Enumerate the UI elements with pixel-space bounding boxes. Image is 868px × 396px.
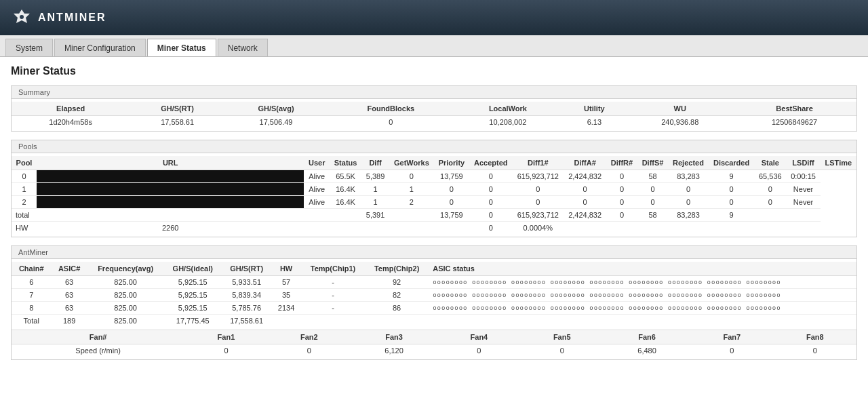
pool-2-getworks: 1 (361, 196, 389, 209)
chip1-8: - (301, 302, 365, 315)
pool-0-status: Alive (304, 170, 330, 183)
pool-hw-empty2 (330, 222, 361, 235)
pool-hw-value: 2260 (37, 222, 304, 235)
fan-table: Fan# Fan1 Fan2 Fan3 Fan4 Fan5 Fan6 Fan7 … (12, 330, 856, 357)
pool-total-status (304, 209, 330, 222)
pools-section-header: Pools (12, 140, 856, 153)
chip1-6: - (301, 276, 365, 289)
fan-header-row: Fan# Fan1 Fan2 Fan3 Fan4 Fan5 Fan6 Fan7 … (12, 330, 856, 344)
th-fan2: Fan2 (268, 330, 351, 344)
th-diffs: DiffS# (637, 156, 668, 170)
pool-total-diff1: 0 (469, 209, 513, 222)
th-fan1: Fan1 (184, 330, 267, 344)
fan-speed-label: Speed (r/min) (12, 344, 184, 357)
utility-value: 6.13 (561, 116, 627, 129)
pool-row-2: 2 Alive 16.4K 1 2 0 0 0 0 0 0 0 0 (12, 196, 856, 209)
th-hw: HW (271, 262, 301, 276)
pool-total-diffa: 615,923,712 (513, 209, 564, 222)
pool-hw-empty12 (786, 222, 820, 235)
th-diffr: DiffR# (606, 156, 637, 170)
fan3-speed: 6,120 (351, 344, 437, 357)
pool-hw-empty8 (637, 222, 668, 235)
chain-6: 6 (12, 276, 51, 289)
antminer-total-row: Total 189 825.00 17,775.45 17,558.61 (12, 315, 856, 328)
pool-1-diffa: 0 (513, 183, 564, 196)
wu-value: 240,936.88 (627, 116, 732, 129)
antminer-table: Chain# ASIC# Frequency(avg) GH/S(ideal) … (12, 262, 856, 327)
pool-total-stale: 9 (709, 209, 754, 222)
tab-miner-configuration[interactable]: Miner Configuration (54, 39, 146, 56)
pool-2-stale: 0 (709, 196, 754, 209)
th-rejected: Rejected (668, 156, 709, 170)
antminer-section: AntMiner Chain# ASIC# Frequency(avg) GH/… (11, 245, 857, 360)
pool-1-priority: 1 (389, 183, 434, 196)
freq-total: 825.00 (87, 315, 164, 328)
ideal-8: 5,925.15 (163, 302, 222, 315)
summary-data-row: 1d20h4m58s 17,558.61 17,506.49 0 10,208,… (12, 116, 856, 129)
th-pool: Pool (12, 156, 37, 170)
th-diff1: Diff1# (513, 156, 564, 170)
th-url: URL (37, 156, 304, 170)
antminer-header-row: Chain# ASIC# Frequency(avg) GH/S(ideal) … (12, 262, 856, 276)
hw-total (271, 315, 301, 328)
pool-0-url (37, 170, 304, 183)
pool-2-priority: 2 (389, 196, 434, 209)
th-localwork: LocalWork (454, 102, 561, 116)
pool-0-accepted: 13,759 (434, 170, 469, 183)
hw-8: 2134 (271, 302, 301, 315)
fan6-speed: 6,480 (604, 344, 690, 357)
th-chip1: Temp(Chip1) (301, 262, 365, 276)
fan1-speed: 0 (184, 344, 267, 357)
th-fan7: Fan7 (690, 330, 773, 344)
pool-2-diffr: 0 (564, 196, 606, 209)
fan4-speed: 0 (437, 344, 520, 357)
chip1-7: - (301, 289, 365, 302)
pool-hw-empty1 (304, 222, 330, 235)
pool-0-stale: 9 (709, 170, 754, 183)
pool-1-diffs: 0 (606, 183, 637, 196)
fan5-speed: 0 (521, 344, 604, 357)
asic-status-6: oooooooo oooooooo oooooooo oooooooo oooo… (429, 276, 856, 289)
th-priority: Priority (434, 156, 469, 170)
pool-total-diff (330, 209, 361, 222)
pool-1-accepted: 0 (434, 183, 469, 196)
pool-2-lsdiff: 0 (754, 196, 786, 209)
pool-2-num: 2 (12, 196, 37, 209)
antminer-logo-icon (11, 7, 33, 28)
summary-content: Elapsed GH/S(RT) GH/S(avg) FoundBlocks L… (12, 99, 856, 131)
ideal-7: 5,925.15 (163, 289, 222, 302)
th-fan6: Fan6 (604, 330, 690, 344)
freq-7: 825.00 (87, 289, 164, 302)
th-rt: GH/S(RT) (222, 262, 271, 276)
th-fan5: Fan5 (521, 330, 604, 344)
summary-table: Elapsed GH/S(RT) GH/S(avg) FoundBlocks L… (12, 102, 856, 128)
chip2-total (365, 315, 429, 328)
pool-1-stale: 0 (709, 183, 754, 196)
pool-total-discarded: 83,283 (668, 209, 709, 222)
th-utility: Utility (561, 102, 627, 116)
pool-2-diff1: 0 (469, 196, 513, 209)
rt-total: 17,558.61 (222, 315, 271, 328)
pool-0-lsdiff: 65,536 (754, 170, 786, 183)
nav-bar: System Miner Configuration Miner Status … (0, 35, 868, 57)
pool-row-0: 0 Alive 65.5K 5,389 (12, 170, 856, 183)
pool-2-lstime: Never (786, 196, 820, 209)
tab-system[interactable]: System (5, 39, 53, 56)
tab-network[interactable]: Network (218, 39, 268, 56)
chain-8: 8 (12, 302, 51, 315)
asic-7: 63 (51, 289, 87, 302)
pool-total-rejected: 58 (637, 209, 668, 222)
tab-miner-status[interactable]: Miner Status (147, 39, 216, 56)
svg-point-1 (20, 15, 24, 19)
th-stale: Stale (754, 156, 786, 170)
th-bestshare: BestShare (732, 102, 856, 116)
pool-0-diff1: 0 (469, 170, 513, 183)
pool-total-diffa2: 2,424,832 (564, 209, 606, 222)
pool-0-rejected: 58 (637, 170, 668, 183)
pool-hw-empty7 (606, 222, 637, 235)
antminer-row-7: 7 63 825.00 5,925.15 5,839.34 35 - 82 oo… (12, 289, 856, 302)
th-asic: ASIC# (51, 262, 87, 276)
pool-0-diffa: 615,923,712 (513, 170, 564, 183)
pool-hw-empty4 (389, 222, 434, 235)
pool-0-discarded: 83,283 (668, 170, 709, 183)
